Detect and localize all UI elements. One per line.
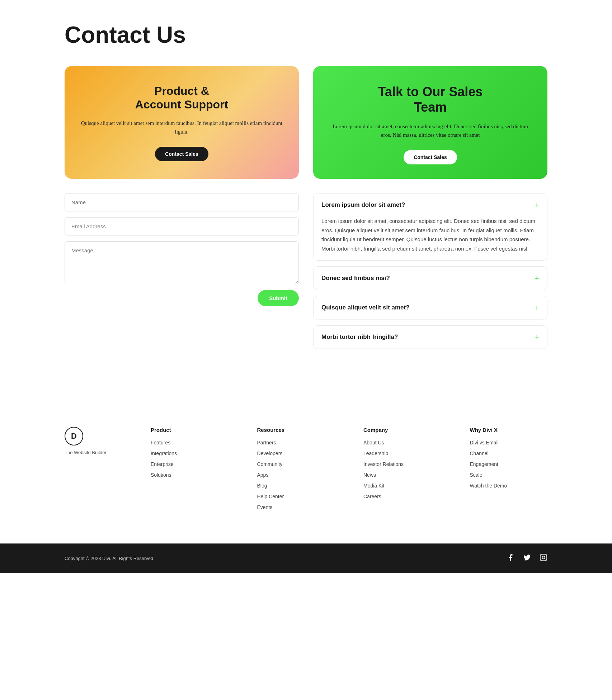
twitter-icon[interactable] xyxy=(523,554,531,563)
svg-rect-0 xyxy=(540,554,547,561)
footer-col-company-title: Company xyxy=(363,427,441,433)
product-contact-sales-button[interactable]: Contact Sales xyxy=(155,147,208,161)
list-item: Events xyxy=(257,504,335,510)
footer-col-product-title: Product xyxy=(151,427,229,433)
footer-col-resources-list: Partners Developers Community Apps Blog … xyxy=(257,439,335,510)
sales-contact-sales-button[interactable]: Contact Sales xyxy=(404,150,457,164)
faq-item-2: Donec sed finibus nisi? + xyxy=(313,266,547,290)
facebook-icon[interactable] xyxy=(507,554,514,563)
list-item: Divi vs Email xyxy=(470,439,548,446)
sales-card-description: Lorem ipsum dolor sit amet, consectetur … xyxy=(328,122,533,139)
list-item: Channel xyxy=(470,450,548,457)
list-item: Investor Relations xyxy=(363,461,441,467)
list-item: Blog xyxy=(257,482,335,489)
footer-link-investor[interactable]: Investor Relations xyxy=(363,461,404,467)
name-input[interactable] xyxy=(65,193,299,211)
footer-top: D The Website Builder Product Features I… xyxy=(65,427,547,515)
footer-link-developers[interactable]: Developers xyxy=(257,451,283,456)
bottom-row: Submit Lorem ipsum dolor sit amet? + Lor… xyxy=(65,193,547,355)
footer-link-channel[interactable]: Channel xyxy=(470,451,489,456)
footer-link-apps[interactable]: Apps xyxy=(257,472,269,478)
list-item: Solutions xyxy=(151,472,229,478)
list-item: Help Center xyxy=(257,493,335,500)
faq-question-2: Donec sed finibus nisi? xyxy=(321,275,390,282)
footer-tagline: The Website Builder xyxy=(65,450,122,455)
faq-body-1: Lorem ipsum dolor sit amet, consectetur … xyxy=(314,216,547,260)
footer: D The Website Builder Product Features I… xyxy=(0,405,612,543)
faq-header-3[interactable]: Quisque aliquet velit sit amet? + xyxy=(314,296,547,319)
list-item: Engagement xyxy=(470,461,548,467)
footer-col-why-divi-title: Why Divi X xyxy=(470,427,548,433)
faq-header-4[interactable]: Morbi tortor nibh fringilla? + xyxy=(314,326,547,349)
faq-question-1: Lorem ipsum dolor sit amet? xyxy=(321,201,405,209)
footer-col-resources-title: Resources xyxy=(257,427,335,433)
faq-header-2[interactable]: Donec sed finibus nisi? + xyxy=(314,267,547,290)
footer-link-careers[interactable]: Careers xyxy=(363,494,381,499)
footer-link-events[interactable]: Events xyxy=(257,504,273,510)
instagram-icon[interactable] xyxy=(540,554,547,563)
footer-col-product: Product Features Integrations Enterprise… xyxy=(151,427,229,515)
contact-form: Submit xyxy=(65,193,299,306)
faq-item-1: Lorem ipsum dolor sit amet? + Lorem ipsu… xyxy=(313,193,547,261)
footer-link-about[interactable]: About Us xyxy=(363,440,384,445)
list-item: Features xyxy=(151,439,229,446)
footer-bottom-bar: Copyright © 2023 Divi. All Rights Reserv… xyxy=(0,543,612,573)
footer-link-help-center[interactable]: Help Center xyxy=(257,494,284,499)
footer-brand: D The Website Builder xyxy=(65,427,122,515)
list-item: Media Kit xyxy=(363,482,441,489)
list-item: Partners xyxy=(257,439,335,446)
footer-col-resources: Resources Partners Developers Community … xyxy=(257,427,335,515)
list-item: Careers xyxy=(363,493,441,500)
faq-header-1[interactable]: Lorem ipsum dolor sit amet? + xyxy=(314,193,547,216)
list-item: About Us xyxy=(363,439,441,446)
faq-item-4: Morbi tortor nibh fringilla? + xyxy=(313,325,547,349)
social-icons xyxy=(507,554,547,563)
faq-answer-1: Lorem ipsum dolor sit amet, consectetur … xyxy=(321,216,539,253)
footer-col-why-divi: Why Divi X Divi vs Email Channel Engagem… xyxy=(470,427,548,515)
faq-plus-icon-3: + xyxy=(534,303,539,312)
footer-logo-letter: D xyxy=(71,431,77,441)
main-content: Contact Us Product &Account Support Quis… xyxy=(0,0,612,383)
footer-link-integrations[interactable]: Integrations xyxy=(151,451,177,456)
page-wrapper: Contact Us Product &Account Support Quis… xyxy=(0,0,612,573)
list-item: News xyxy=(363,472,441,478)
footer-col-product-list: Features Integrations Enterprise Solutio… xyxy=(151,439,229,478)
submit-button[interactable]: Submit xyxy=(258,290,299,306)
list-item: Enterprise xyxy=(151,461,229,467)
faq-plus-icon-1: + xyxy=(534,201,539,209)
footer-link-enterprise[interactable]: Enterprise xyxy=(151,461,174,467)
list-item: Scale xyxy=(470,472,548,478)
footer-link-features[interactable]: Features xyxy=(151,440,170,445)
product-card-description: Quisque aliquet velit sit amet sem inter… xyxy=(79,119,284,136)
sales-card-title: Talk to Our SalesTeam xyxy=(378,84,482,115)
footer-link-media-kit[interactable]: Media Kit xyxy=(363,483,384,489)
footer-col-company: Company About Us Leadership Investor Rel… xyxy=(363,427,441,515)
faq-section: Lorem ipsum dolor sit amet? + Lorem ipsu… xyxy=(313,193,547,355)
list-item: Integrations xyxy=(151,450,229,457)
product-card-title: Product &Account Support xyxy=(135,84,229,112)
message-textarea[interactable] xyxy=(65,241,299,284)
faq-item-3: Quisque aliquet velit sit amet? + xyxy=(313,296,547,319)
product-card: Product &Account Support Quisque aliquet… xyxy=(65,66,299,179)
faq-question-3: Quisque aliquet velit sit amet? xyxy=(321,304,410,311)
list-item: Watch the Demo xyxy=(470,482,548,489)
footer-link-solutions[interactable]: Solutions xyxy=(151,472,171,478)
cards-row: Product &Account Support Quisque aliquet… xyxy=(65,66,547,179)
sales-card: Talk to Our SalesTeam Lorem ipsum dolor … xyxy=(313,66,547,179)
footer-link-scale[interactable]: Scale xyxy=(470,472,482,478)
footer-link-news[interactable]: News xyxy=(363,472,376,478)
footer-link-partners[interactable]: Partners xyxy=(257,440,276,445)
footer-link-leadership[interactable]: Leadership xyxy=(363,451,388,456)
footer-link-watch-demo[interactable]: Watch the Demo xyxy=(470,483,507,489)
faq-question-4: Morbi tortor nibh fringilla? xyxy=(321,333,398,341)
list-item: Leadership xyxy=(363,450,441,457)
footer-link-community[interactable]: Community xyxy=(257,461,283,467)
footer-link-blog[interactable]: Blog xyxy=(257,483,267,489)
faq-plus-icon-4: + xyxy=(534,333,539,341)
footer-link-divi-vs-email[interactable]: Divi vs Email xyxy=(470,440,499,445)
page-title: Contact Us xyxy=(65,22,547,48)
copyright-text: Copyright © 2023 Divi. All Rights Reserv… xyxy=(65,556,155,561)
footer-link-engagement[interactable]: Engagement xyxy=(470,461,498,467)
list-item: Community xyxy=(257,461,335,467)
email-input[interactable] xyxy=(65,217,299,235)
